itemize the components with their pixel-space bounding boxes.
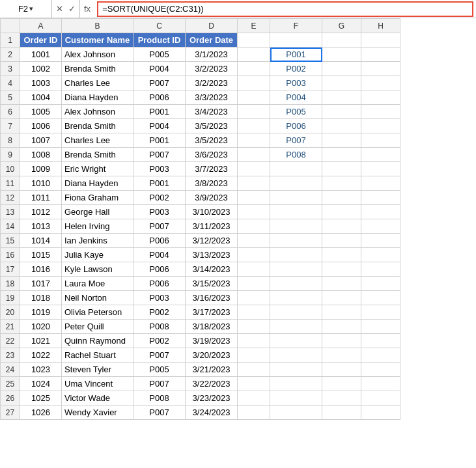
cell-g7[interactable] — [322, 119, 361, 133]
cell-e26[interactable] — [238, 391, 270, 406]
cell-h9[interactable] — [361, 148, 400, 162]
cell-d23[interactable]: 3/20/2023 — [186, 348, 238, 363]
cell-d21[interactable]: 3/18/2023 — [186, 320, 238, 334]
cell-c15[interactable]: P006 — [133, 234, 186, 248]
cell-b23[interactable]: Rachel Stuart — [62, 348, 133, 363]
cell-a2[interactable]: 1001 — [20, 48, 62, 62]
cell-h18[interactable] — [361, 277, 400, 291]
cell-g24[interactable] — [322, 363, 361, 377]
cell-b12[interactable]: Fiona Graham — [62, 191, 133, 205]
cell-d12[interactable]: 3/9/2023 — [186, 191, 238, 205]
cell-h27[interactable] — [361, 406, 400, 420]
cell-g5[interactable] — [322, 90, 361, 105]
cell-e20[interactable] — [238, 305, 270, 320]
cell-a12[interactable]: 1011 — [20, 191, 62, 205]
cell-b16[interactable]: Julia Kaye — [62, 248, 133, 262]
cell-d13[interactable]: 3/10/2023 — [186, 205, 238, 219]
col-header-b[interactable]: B — [62, 19, 133, 33]
cell-f21[interactable] — [270, 320, 322, 334]
cell-a7[interactable]: 1006 — [20, 119, 62, 133]
cell-c11[interactable]: P001 — [133, 176, 186, 191]
cell-c26[interactable]: P008 — [133, 391, 186, 406]
cell-b2[interactable]: Alex Johnson — [62, 48, 133, 62]
cell-b18[interactable]: Laura Moe — [62, 277, 133, 291]
cell-d24[interactable]: 3/21/2023 — [186, 363, 238, 377]
col-header-a[interactable]: A — [20, 19, 62, 33]
cell-c18[interactable]: P006 — [133, 277, 186, 291]
cell-g16[interactable] — [322, 248, 361, 262]
cell-g21[interactable] — [322, 320, 361, 334]
cell-h24[interactable] — [361, 363, 400, 377]
cell-b21[interactable]: Peter Quill — [62, 320, 133, 334]
cell-e19[interactable] — [238, 291, 270, 305]
cell-b10[interactable]: Eric Wright — [62, 162, 133, 176]
cell-a16[interactable]: 1015 — [20, 248, 62, 262]
cell-c23[interactable]: P007 — [133, 348, 186, 363]
cell-a23[interactable]: 1022 — [20, 348, 62, 363]
cell-a22[interactable]: 1021 — [20, 334, 62, 348]
cell-g15[interactable] — [322, 234, 361, 248]
cell-c19[interactable]: P003 — [133, 291, 186, 305]
cell-f13[interactable] — [270, 205, 322, 219]
cell-a11[interactable]: 1010 — [20, 176, 62, 191]
cell-e8[interactable] — [238, 133, 270, 148]
cell-g12[interactable] — [322, 191, 361, 205]
cell-c20[interactable]: P002 — [133, 305, 186, 320]
cell-b9[interactable]: Brenda Smith — [62, 148, 133, 162]
cell-d2[interactable]: 3/1/2023 — [186, 48, 238, 62]
cell-g9[interactable] — [322, 148, 361, 162]
cell-d16[interactable]: 3/13/2023 — [186, 248, 238, 262]
cell-f25[interactable] — [270, 377, 322, 391]
cell-h4[interactable] — [361, 76, 400, 90]
cell-h25[interactable] — [361, 377, 400, 391]
cell-g8[interactable] — [322, 133, 361, 148]
col-header-e[interactable]: E — [238, 19, 270, 33]
cell-g18[interactable] — [322, 277, 361, 291]
cell-h17[interactable] — [361, 262, 400, 277]
cell-f22[interactable] — [270, 334, 322, 348]
cell-b3[interactable]: Brenda Smith — [62, 62, 133, 76]
cell-h6[interactable] — [361, 105, 400, 119]
cell-e10[interactable] — [238, 162, 270, 176]
cell-h12[interactable] — [361, 191, 400, 205]
cell-e6[interactable] — [238, 105, 270, 119]
cell-h20[interactable] — [361, 305, 400, 320]
cell-e21[interactable] — [238, 320, 270, 334]
cell-h1[interactable] — [361, 33, 400, 48]
cell-g17[interactable] — [322, 262, 361, 277]
cell-a6[interactable]: 1005 — [20, 105, 62, 119]
cell-b14[interactable]: Helen Irving — [62, 219, 133, 234]
cell-c6[interactable]: P001 — [133, 105, 186, 119]
cell-h23[interactable] — [361, 348, 400, 363]
cell-g23[interactable] — [322, 348, 361, 363]
cell-b4[interactable]: Charles Lee — [62, 76, 133, 90]
cell-g26[interactable] — [322, 391, 361, 406]
cell-g19[interactable] — [322, 291, 361, 305]
cell-h26[interactable] — [361, 391, 400, 406]
cell-e16[interactable] — [238, 248, 270, 262]
cell-e25[interactable] — [238, 377, 270, 391]
cell-e22[interactable] — [238, 334, 270, 348]
cell-e17[interactable] — [238, 262, 270, 277]
cell-f24[interactable] — [270, 363, 322, 377]
cell-g13[interactable] — [322, 205, 361, 219]
cell-e11[interactable] — [238, 176, 270, 191]
cell-f9[interactable]: P008 — [270, 148, 322, 162]
cell-f12[interactable] — [270, 191, 322, 205]
cell-b6[interactable]: Alex Johnson — [62, 105, 133, 119]
cell-d4[interactable]: 3/2/2023 — [186, 76, 238, 90]
cell-d26[interactable]: 3/23/2023 — [186, 391, 238, 406]
cell-f10[interactable] — [270, 162, 322, 176]
header-customer-name[interactable]: Customer Name — [62, 33, 133, 48]
cell-f3[interactable]: P002 — [270, 62, 322, 76]
cell-f11[interactable] — [270, 176, 322, 191]
cell-g6[interactable] — [322, 105, 361, 119]
cell-a25[interactable]: 1024 — [20, 377, 62, 391]
header-f-product-id[interactable]: Product ID — [270, 33, 322, 48]
cell-c8[interactable]: P001 — [133, 133, 186, 148]
cell-a26[interactable]: 1025 — [20, 391, 62, 406]
cell-f6[interactable]: P005 — [270, 105, 322, 119]
formula-input[interactable] — [97, 1, 473, 17]
cell-f23[interactable] — [270, 348, 322, 363]
cell-h15[interactable] — [361, 234, 400, 248]
